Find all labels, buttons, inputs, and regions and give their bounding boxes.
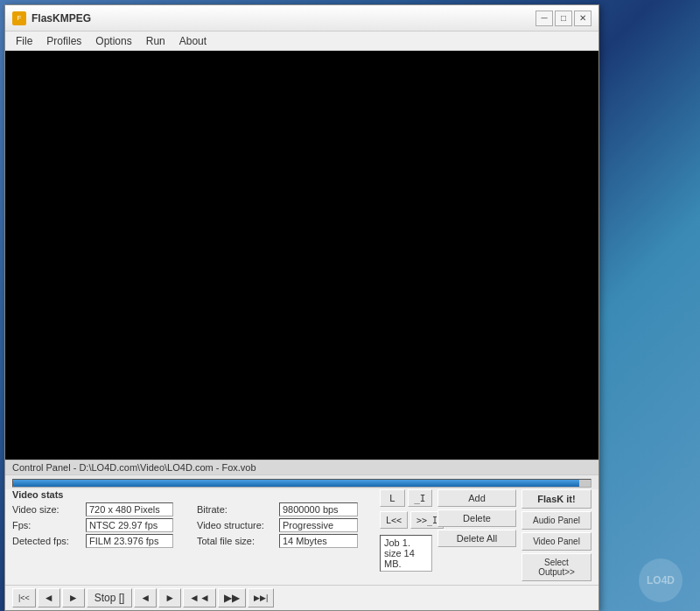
audio-panel-button[interactable]: Audio Panel xyxy=(522,511,592,530)
close-button[interactable]: ✕ xyxy=(574,11,592,26)
prev-button[interactable]: ◄ xyxy=(38,588,60,607)
control-panel-title: Control Panel - D:\LO4D.com\Video\LO4D.c… xyxy=(12,462,256,473)
video-structure-value: Progressive xyxy=(279,518,358,532)
stats-section: Video stats Video size: 720 x 480 Pixels… xyxy=(12,489,374,550)
bitrate-value: 9800000 bps xyxy=(279,502,358,516)
maximize-button[interactable]: □ xyxy=(555,11,572,26)
controls-area: Video stats Video size: 720 x 480 Pixels… xyxy=(5,489,598,585)
progress-bar[interactable] xyxy=(12,479,592,488)
stats-col-right: Bitrate: 9800000 bps Video structure: Pr… xyxy=(197,502,374,550)
detected-fps-label: Detected fps: xyxy=(12,536,82,546)
menu-bar: File Profiles Options Run About xyxy=(5,32,598,51)
add-delete-buttons: Add Delete Delete All xyxy=(438,489,516,547)
rewind-button[interactable]: ◄◄ xyxy=(183,588,216,607)
fps-value: NTSC 29.97 fps xyxy=(86,518,173,532)
video-structure-row: Video structure: Progressive xyxy=(197,518,374,532)
job-info: Job 1. size 14 MB. xyxy=(380,535,432,572)
right-action-buttons: FlasK it! Audio Panel Video Panel Select… xyxy=(522,489,592,581)
r-button[interactable]: _I xyxy=(408,489,433,507)
video-panel-button[interactable]: Video Panel xyxy=(522,532,592,551)
play-button[interactable]: ► xyxy=(62,588,85,607)
fps-label: Fps: xyxy=(12,520,82,530)
minimize-button[interactable]: ─ xyxy=(536,11,553,26)
menu-profiles[interactable]: Profiles xyxy=(39,33,88,49)
video-preview xyxy=(5,51,598,460)
total-file-size-label: Total file size: xyxy=(197,536,276,546)
video-size-label: Video size: xyxy=(12,504,82,515)
stats-title: Video stats xyxy=(12,489,374,500)
menu-options[interactable]: Options xyxy=(88,33,138,49)
control-panel: Control Panel - D:\LO4D.com\Video\LO4D.c… xyxy=(5,460,598,610)
watermark: LO4D xyxy=(639,558,682,602)
control-panel-header: Control Panel - D:\LO4D.com\Video\LO4D.c… xyxy=(5,460,598,475)
delete-button[interactable]: Delete xyxy=(438,509,516,527)
watermark-circle: LO4D xyxy=(639,558,682,602)
total-file-size-value: 14 Mbytes xyxy=(279,534,358,548)
delete-all-button[interactable]: Delete All xyxy=(438,530,516,547)
stats-columns: Video size: 720 x 480 Pixels Fps: NTSC 2… xyxy=(12,502,374,550)
progress-fill xyxy=(13,480,579,487)
progress-bar-container xyxy=(5,475,598,489)
video-size-row: Video size: 720 x 480 Pixels xyxy=(12,502,190,516)
lback-button[interactable]: L<< xyxy=(380,511,408,529)
forward-button[interactable]: ▶▶ xyxy=(218,588,246,607)
video-size-value: 720 x 480 Pixels xyxy=(86,502,173,516)
add-button[interactable]: Add xyxy=(438,489,516,507)
bitrate-row: Bitrate: 9800000 bps xyxy=(197,502,374,516)
detected-fps-row: Detected fps: FILM 23.976 fps xyxy=(12,534,190,548)
video-structure-label: Video structure: xyxy=(197,520,276,530)
prev-frame-button[interactable]: ◄ xyxy=(134,588,157,607)
first-frame-button[interactable]: |<< xyxy=(12,588,36,607)
l-button[interactable]: L xyxy=(380,489,405,507)
detected-fps-value: FILM 23.976 fps xyxy=(86,534,173,548)
next-frame-button[interactable]: ► xyxy=(158,588,181,607)
stats-col-left: Video size: 720 x 480 Pixels Fps: NTSC 2… xyxy=(12,502,190,550)
menu-run[interactable]: Run xyxy=(139,33,172,49)
select-output-button[interactable]: Select Output>> xyxy=(522,553,592,581)
title-bar: F FlasKMPEG ─ □ ✕ xyxy=(5,5,598,32)
stop-button[interactable]: Stop [] xyxy=(87,588,133,607)
flask-button[interactable]: FlasK it! xyxy=(522,489,592,509)
menu-file[interactable]: File xyxy=(9,33,39,49)
app-icon: F xyxy=(12,11,26,25)
total-file-size-row: Total file size: 14 Mbytes xyxy=(197,534,374,548)
lr-buttons: L _I L<< >>_I Job 1. size 14 MB. xyxy=(380,489,432,573)
window-controls: ─ □ ✕ xyxy=(536,11,592,26)
fps-row: Fps: NTSC 29.97 fps xyxy=(12,518,190,532)
app-window: F FlasKMPEG ─ □ ✕ File Profiles Options … xyxy=(4,4,599,611)
menu-about[interactable]: About xyxy=(172,33,214,49)
app-title: FlasKMPEG xyxy=(32,12,536,25)
bitrate-label: Bitrate: xyxy=(197,504,276,515)
last-frame-button[interactable]: ▶▶| xyxy=(248,588,274,607)
transport-controls: |<< ◄ ► Stop [] ◄ ► ◄◄ ▶▶ ▶▶| xyxy=(5,585,598,610)
